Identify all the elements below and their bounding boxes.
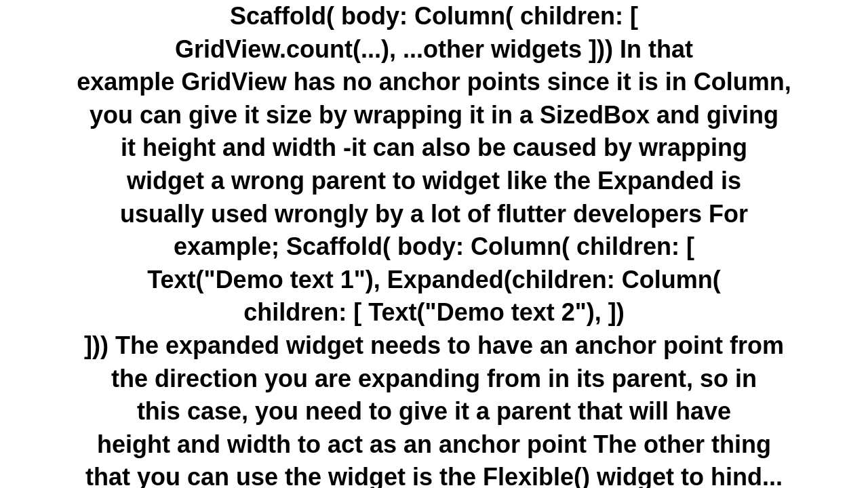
text-line-4: you can give it size by wrapping it in a… (90, 101, 778, 129)
text-line-1: Scaffold( body: Column( children: [ (230, 2, 638, 30)
main-text-block: Scaffold( body: Column( children: [ Grid… (7, 0, 861, 488)
text-line-9: Text("Demo text 1"), Expanded(children: … (147, 266, 721, 293)
text-line-2: GridView.count(...), ...other widgets ])… (175, 35, 693, 63)
text-line-15: that you can use the widget is the Flexi… (85, 463, 783, 488)
text-line-5: it height and width -it can also be caus… (121, 134, 747, 161)
text-line-14: height and width to act as an anchor poi… (97, 430, 771, 458)
text-line-6: widget a wrong parent to widget like the… (127, 167, 741, 195)
text-line-12: the direction you are expanding from in … (111, 365, 757, 392)
text-line-8: example; Scaffold( body: Column( childre… (174, 232, 694, 260)
content-area: Scaffold( body: Column( children: [ Grid… (0, 0, 868, 488)
text-line-3: example GridView has no anchor points si… (77, 68, 791, 96)
text-line-11: ])) The expanded widget needs to have an… (84, 331, 784, 359)
text-line-7: usually used wrongly by a lot of flutter… (120, 200, 748, 228)
text-line-10: children: [ Text("Demo text 2"), ]) (243, 298, 625, 326)
text-line-13: this case, you need to give it a parent … (137, 397, 731, 425)
